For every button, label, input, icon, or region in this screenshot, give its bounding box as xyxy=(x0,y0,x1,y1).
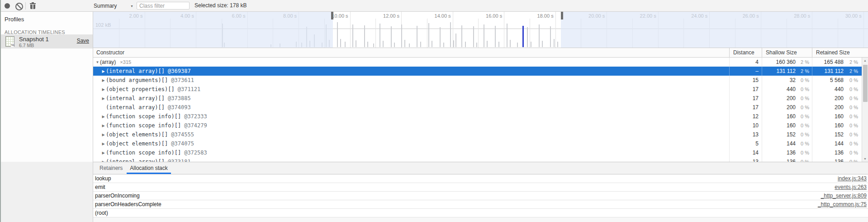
shallow-size-percent: 0 % xyxy=(796,105,812,110)
scrollbar-up-arrow[interactable]: ▲ xyxy=(862,58,868,63)
object-name: (object elements)[] xyxy=(106,131,168,138)
retained-size-percent: 0 % xyxy=(844,87,862,92)
shallow-size-percent: 2 % xyxy=(796,68,812,74)
expand-triangle-icon[interactable]: ▶ xyxy=(101,124,106,128)
constructor-cell: ▶(function scope info)[]@372333 xyxy=(93,112,729,121)
time-tick-label: 18.00 s xyxy=(519,13,554,19)
column-header-retained-size[interactable]: Retained Size xyxy=(812,48,862,57)
retained-size-cell: 2000 % xyxy=(812,94,862,103)
clear-profiles-icon[interactable] xyxy=(15,3,23,10)
retained-size-percent: 2 % xyxy=(844,59,862,65)
constructor-row[interactable]: ▶(internal array)[]@373181131360 %1360 % xyxy=(93,157,862,162)
tab-allocation-stack[interactable]: Allocation stack xyxy=(126,162,171,174)
object-id: @372333 xyxy=(184,113,207,120)
retained-size-cell: 5 5680 % xyxy=(812,76,862,85)
retained-size-cell: 2000 % xyxy=(812,103,862,112)
object-id: @374279 xyxy=(184,122,207,129)
retained-size-percent: 0 % xyxy=(844,150,862,155)
vertical-scrollbar[interactable]: ▲ ▼ xyxy=(862,58,868,162)
retained-size-value: 160 xyxy=(812,113,844,120)
shallow-size-percent: 0 % xyxy=(796,77,812,83)
constructor-row[interactable]: ▶(internal array)[]@373885172000 %2000 % xyxy=(93,94,862,103)
allocation-bar xyxy=(539,24,540,47)
shallow-size-value: 144 xyxy=(762,140,796,147)
expand-triangle-icon[interactable]: ▶ xyxy=(101,115,106,119)
object-name: (object elements)[] xyxy=(106,140,168,147)
retained-size-value: 131 112 xyxy=(812,68,844,74)
class-filter-input[interactable] xyxy=(137,2,190,10)
source-link[interactable]: _http_server.js:809 xyxy=(821,193,868,199)
allocation-bar xyxy=(542,41,543,47)
toolbar-separator xyxy=(25,2,26,10)
allocation-bar xyxy=(356,40,356,47)
constructor-row[interactable]: ▶(object elements)[]@374555131520 %1520 … xyxy=(93,130,862,139)
source-link[interactable]: _http_common.js:75 xyxy=(818,201,868,208)
constructor-row[interactable]: ▶(bound arguments)[]@37361115320 %5 5680… xyxy=(93,76,862,85)
allocation-bar xyxy=(420,42,421,47)
stack-frame-row[interactable]: lookupindex.js:343 xyxy=(93,174,868,183)
time-gridline xyxy=(375,19,376,48)
scrollbar-thumb[interactable] xyxy=(863,65,868,102)
column-header-distance[interactable]: Distance xyxy=(729,48,762,57)
stack-frame-row[interactable]: (root) xyxy=(93,209,868,217)
sidebar-lower-area xyxy=(0,162,93,222)
retained-size-value: 144 xyxy=(812,140,844,147)
stack-frame-row[interactable]: parserOnIncoming_http_server.js:809 xyxy=(93,192,868,200)
retained-size-cell: 1600 % xyxy=(812,112,862,121)
scrollbar-down-arrow[interactable]: ▼ xyxy=(862,156,868,162)
record-button[interactable] xyxy=(5,3,10,9)
expand-triangle-icon[interactable]: ▶ xyxy=(101,69,106,73)
timeline-overview[interactable]: 102 kB 2.00 s4.00 s6.00 s8.00 s10.00 s12… xyxy=(93,12,868,48)
constructor-cell: ▶(internal array)[]@369387 xyxy=(93,67,729,76)
allocation-bar xyxy=(391,26,392,47)
shallow-size-cell: 4400 % xyxy=(762,85,812,94)
expand-triangle-icon[interactable]: ▶ xyxy=(101,97,106,101)
constructor-row[interactable]: ▶(function scope info)[]@374279101600 %1… xyxy=(93,121,862,130)
tab-retainers[interactable]: Retainers xyxy=(96,162,126,174)
source-link[interactable]: events.js:263 xyxy=(835,184,868,190)
expanded-triangle-icon[interactable]: ▼ xyxy=(95,60,100,64)
source-link[interactable]: index.js:343 xyxy=(838,175,868,182)
allocation-bar xyxy=(507,24,508,47)
stack-frame-function: lookup xyxy=(95,175,838,182)
allocation-bar xyxy=(409,43,410,47)
expand-triangle-icon[interactable]: ▶ xyxy=(101,133,106,137)
object-name: (array) xyxy=(100,59,116,65)
expand-triangle-icon[interactable]: ▶ xyxy=(101,142,106,146)
object-name: (internal array)[] xyxy=(106,104,165,111)
grid-body: ▼(array)×3154160 3602 %165 4882 %▶(inter… xyxy=(93,58,862,162)
shallow-size-percent: 0 % xyxy=(796,123,812,128)
snapshot-save-link[interactable]: Save xyxy=(77,38,89,44)
stack-frame-row[interactable]: parserOnHeadersComplete_http_common.js:7… xyxy=(93,200,868,209)
delete-profile-icon[interactable] xyxy=(30,2,36,10)
retained-size-percent: 0 % xyxy=(844,123,862,128)
window-left-handle[interactable] xyxy=(331,12,333,19)
retained-size-percent: 0 % xyxy=(844,105,862,110)
constructor-row[interactable]: ▶(object properties)[]@371121174400 %440… xyxy=(93,85,862,94)
allocation-stack-empty-area xyxy=(93,217,868,222)
time-gridline xyxy=(555,12,556,48)
distance-cell: 17 xyxy=(729,85,762,94)
allocation-bar xyxy=(498,42,499,47)
constructor-row[interactable]: ▼(array)×3154160 3602 %165 4882 % xyxy=(93,58,862,67)
constructor-row[interactable]: ▶(function scope info)[]@372583141360 %1… xyxy=(93,148,862,157)
allocation-bar xyxy=(443,43,444,47)
expand-triangle-icon[interactable]: ▶ xyxy=(101,151,106,155)
column-header-constructor[interactable]: Constructor xyxy=(93,49,729,56)
expand-triangle-icon[interactable]: ▶ xyxy=(101,78,106,82)
window-right-handle[interactable] xyxy=(561,12,563,19)
retained-size-value: 136 xyxy=(812,150,844,156)
expand-triangle-icon[interactable]: ▶ xyxy=(101,87,106,92)
constructor-row[interactable]: (internal array)[]@374093172000 %2000 % xyxy=(93,103,862,112)
constructor-row[interactable]: ▶(object elements)[]@37407551440 %1440 % xyxy=(93,139,862,148)
constructor-cell: (internal array)[]@374093 xyxy=(93,103,729,112)
sidebar-item-snapshot-1[interactable]: % Snapshot 1 6.7 MB Save xyxy=(0,34,93,48)
perspective-select[interactable]: Summary ▼ xyxy=(94,2,133,10)
scrollbar-gutter xyxy=(862,48,868,57)
allocation-bar xyxy=(527,27,528,47)
allocation-bar xyxy=(455,34,456,47)
constructor-row[interactable]: ▶(function scope info)[]@372333121600 %1… xyxy=(93,112,862,121)
column-header-shallow-size[interactable]: Shallow Size xyxy=(762,48,812,57)
constructor-row[interactable]: ▶(internal array)[]@369387–131 1122 %131… xyxy=(93,67,862,76)
stack-frame-row[interactable]: emitevents.js:263 xyxy=(93,183,868,192)
